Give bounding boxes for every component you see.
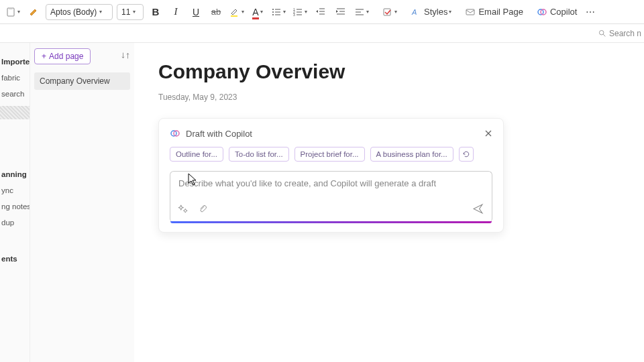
copilot-draft-card: Draft with Copilot Outline for... To-do …	[158, 118, 504, 233]
chevron-down-icon: ▾	[241, 9, 244, 15]
suggestion-chip[interactable]: A business plan for...	[370, 147, 453, 162]
page-list-item[interactable]: Company Overview	[34, 72, 130, 90]
svg-text:3: 3	[293, 13, 295, 17]
plus-icon: +	[42, 52, 46, 61]
svg-line-30	[603, 34, 605, 36]
nav-item[interactable]: dup	[0, 215, 30, 231]
nav-section-header: Importers	[0, 54, 30, 70]
svg-point-3	[272, 9, 274, 10]
chevron-down-icon: ▾	[260, 9, 263, 15]
copilot-card-title: Draft with Copilot	[186, 129, 252, 139]
suggestion-chip[interactable]: Project brief for...	[294, 147, 365, 162]
svg-point-7	[272, 14, 274, 15]
attach-button[interactable]	[198, 204, 208, 217]
svg-rect-1	[9, 7, 13, 9]
format-painter-button[interactable]	[24, 3, 43, 21]
bold-button[interactable]: B	[146, 3, 165, 21]
indent-icon	[335, 7, 346, 17]
svg-text:A: A	[411, 8, 417, 16]
nav-item[interactable]: fabric	[0, 70, 30, 86]
font-size-value: 11	[121, 7, 130, 17]
align-left-icon	[354, 7, 365, 17]
chevron-down-icon: ▾	[366, 9, 369, 15]
nav-item-selected[interactable]	[0, 106, 30, 119]
suggestion-chip[interactable]: To-do list for...	[229, 147, 289, 162]
page-list-panel: + Add page Company Overview	[30, 43, 134, 362]
copilot-icon	[537, 7, 547, 17]
outdent-button[interactable]	[311, 3, 330, 21]
nav-item[interactable]: ng notes	[0, 198, 30, 215]
page-item-label: Company Overview	[40, 76, 110, 86]
paintbrush-icon	[28, 7, 39, 17]
refresh-icon	[462, 150, 470, 158]
numbered-list-button[interactable]: 123 ▾	[290, 3, 310, 21]
search-row: Search n	[0, 24, 644, 43]
refresh-suggestions-button[interactable]	[459, 147, 474, 162]
chevron-down-icon: ▾	[449, 9, 451, 15]
chevron-down-icon: ▾	[133, 9, 136, 15]
sort-button[interactable]	[121, 51, 130, 62]
page-date: Tuesday, May 9, 2023	[158, 93, 620, 102]
copilot-card-header: Draft with Copilot	[170, 128, 492, 139]
paste-button[interactable]: ▾	[3, 3, 23, 21]
svg-rect-2	[231, 15, 237, 17]
chevron-down-icon: ▾	[394, 9, 397, 15]
page-title[interactable]: Company Overview	[158, 60, 620, 83]
formatting-toolbar: ▾ Aptos (Body) ▾ 11 ▾ B I U ab ▾ A ▾ ▾ 1…	[0, 0, 644, 24]
nav-section-header: ents	[0, 251, 30, 267]
italic-button[interactable]: I	[166, 3, 185, 21]
copilot-prompt-input[interactable]: Describe what you'd like to create, and …	[170, 171, 492, 223]
prompt-placeholder: Describe what you'd like to create, and …	[178, 178, 484, 188]
search-input[interactable]: Search n	[595, 29, 644, 38]
styles-button[interactable]: A Styles ▾	[408, 3, 454, 21]
close-button[interactable]	[482, 127, 495, 140]
tag-icon	[382, 7, 393, 17]
copilot-toolbar-button[interactable]: Copilot	[534, 3, 580, 21]
tag-button[interactable]: ▾	[380, 3, 400, 21]
search-icon	[598, 29, 606, 38]
font-family-select[interactable]: Aptos (Body) ▾	[46, 4, 113, 20]
copilot-icon	[170, 128, 180, 139]
align-button[interactable]: ▾	[352, 3, 372, 21]
notebook-nav: Importers fabric search anning ync ng no…	[0, 43, 30, 362]
font-size-select[interactable]: 11 ▾	[117, 4, 144, 20]
page-canvas[interactable]: Company Overview Tuesday, May 9, 2023 Dr…	[134, 43, 644, 362]
clipboard-icon	[5, 7, 16, 17]
indent-button[interactable]	[331, 3, 350, 21]
copilot-label: Copilot	[550, 7, 577, 17]
sparkle-button[interactable]	[178, 204, 189, 217]
svg-rect-26	[466, 9, 474, 15]
chevron-down-icon: ▾	[283, 9, 286, 15]
sort-icon	[121, 51, 130, 60]
search-placeholder: Search n	[609, 29, 641, 38]
nav-item[interactable]: ync	[0, 182, 30, 198]
svg-point-5	[272, 11, 274, 13]
highlight-button[interactable]: ▾	[227, 3, 247, 21]
font-family-value: Aptos (Body)	[50, 7, 97, 17]
styles-icon: A	[411, 7, 421, 17]
chevron-down-icon: ▾	[305, 9, 307, 15]
paperclip-icon	[198, 204, 208, 214]
styles-label: Styles	[424, 7, 447, 17]
email-label: Email Page	[478, 7, 523, 17]
underline-button[interactable]: U	[186, 3, 205, 21]
main-area: Importers fabric search anning ync ng no…	[0, 43, 644, 362]
svg-point-29	[599, 30, 604, 35]
envelope-icon	[465, 7, 476, 17]
nav-section-header: anning	[0, 166, 30, 182]
bullet-list-icon	[271, 7, 282, 17]
send-button[interactable]	[472, 203, 484, 217]
bullet-list-button[interactable]: ▾	[268, 3, 288, 21]
highlighter-icon	[229, 7, 240, 17]
outdent-icon	[315, 7, 326, 17]
font-color-button[interactable]: A ▾	[248, 3, 267, 21]
chevron-down-icon: ▾	[99, 9, 102, 15]
suggestion-chip[interactable]: Outline for...	[170, 147, 223, 162]
chevron-down-icon: ▾	[17, 9, 20, 15]
numbered-list-icon: 123	[292, 7, 303, 17]
strikethrough-button[interactable]: ab	[207, 3, 225, 21]
add-page-button[interactable]: + Add page	[34, 48, 91, 64]
email-page-button[interactable]: Email Page	[462, 3, 525, 21]
nav-item[interactable]: search	[0, 86, 30, 102]
more-button[interactable]: ⋯	[581, 3, 600, 21]
